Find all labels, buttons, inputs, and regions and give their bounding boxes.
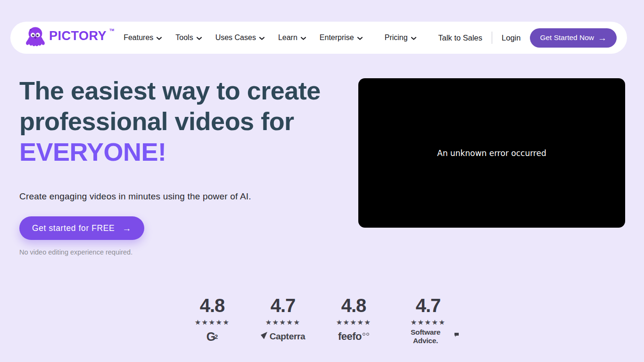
get-started-free-button[interactable]: Get started for FREE → xyxy=(19,216,144,240)
hero-title-line-2: professional videos for xyxy=(19,106,340,137)
header-divider xyxy=(492,32,492,44)
nav-item-tools[interactable]: Tools xyxy=(175,33,201,42)
rating-software-advice: 4.7 ★★★★★ Software Advice. xyxy=(397,296,459,343)
nav-item-uses-cases[interactable]: Uses Cases xyxy=(215,33,264,42)
hero-video-player[interactable]: An unknown error occurred xyxy=(358,78,625,228)
chevron-down-icon xyxy=(357,37,363,40)
main-nav: Features Tools Uses Cases Learn Enterpri… xyxy=(124,33,416,42)
rating-g2: 4.8 ★★★★★ G2 xyxy=(185,296,239,343)
talk-to-sales-link[interactable]: Talk to Sales xyxy=(438,33,483,42)
hero-note: No video editing experience required. xyxy=(19,248,132,256)
rating-score: 4.8 xyxy=(327,296,380,315)
rating-stars: ★★★★★ xyxy=(397,318,459,327)
arrow-right-icon: → xyxy=(122,224,132,233)
hero-subtitle: Create engaging videos in minutes using … xyxy=(19,191,251,202)
rating-feefo: 4.8 ★★★★★ feefo xyxy=(327,296,380,343)
brand-wordmark: PICTORY xyxy=(49,30,107,42)
chevron-down-icon xyxy=(259,37,264,40)
capterra-logo: Capterra xyxy=(256,330,310,343)
capterra-flag-icon xyxy=(261,332,268,341)
rating-score: 4.8 xyxy=(185,296,239,315)
pictory-logo[interactable]: PICTORY TM xyxy=(25,26,114,49)
nav-item-learn[interactable]: Learn xyxy=(278,33,306,42)
hero-title-highlight: EVERYONE! xyxy=(19,137,340,167)
trademark-mark: TM xyxy=(109,28,114,32)
speech-bubble-icon xyxy=(454,330,459,339)
chevron-down-icon xyxy=(197,37,202,40)
nav-item-features[interactable]: Features xyxy=(124,33,162,42)
arrow-right-icon: → xyxy=(598,33,607,42)
software-advice-logo: Software Advice. xyxy=(397,330,459,343)
login-link[interactable]: Login xyxy=(502,33,520,42)
hero-title-line-1: The easiest way to create xyxy=(19,75,340,106)
get-started-now-button[interactable]: Get Started Now → xyxy=(530,28,617,48)
rating-stars: ★★★★★ xyxy=(256,318,310,327)
rating-stars: ★★★★★ xyxy=(185,318,239,327)
ratings-strip: 4.8 ★★★★★ G2 4.7 ★★★★★ Capterra 4.8 ★★★★… xyxy=(0,296,644,343)
feefo-logo: feefo xyxy=(327,330,380,343)
chevron-down-icon xyxy=(411,37,416,40)
chevron-down-icon xyxy=(301,37,306,40)
feefo-circles-icon xyxy=(363,333,369,336)
header: PICTORY TM Features Tools Uses Cases Lea… xyxy=(10,22,627,54)
rating-score: 4.7 xyxy=(397,296,459,315)
hero-title: The easiest way to create professional v… xyxy=(19,75,340,167)
chevron-down-icon xyxy=(157,37,162,40)
octopus-logo-icon xyxy=(25,26,46,49)
video-error-message: An unknown error occurred xyxy=(437,148,546,158)
g2-logo: G2 xyxy=(185,330,239,343)
nav-item-enterprise[interactable]: Enterprise xyxy=(320,33,363,42)
rating-capterra: 4.7 ★★★★★ Capterra xyxy=(256,296,310,343)
rating-stars: ★★★★★ xyxy=(327,318,380,327)
nav-item-pricing[interactable]: Pricing xyxy=(385,33,416,42)
rating-score: 4.7 xyxy=(256,296,310,315)
header-actions: Talk to Sales Login Get Started Now → xyxy=(438,28,617,48)
